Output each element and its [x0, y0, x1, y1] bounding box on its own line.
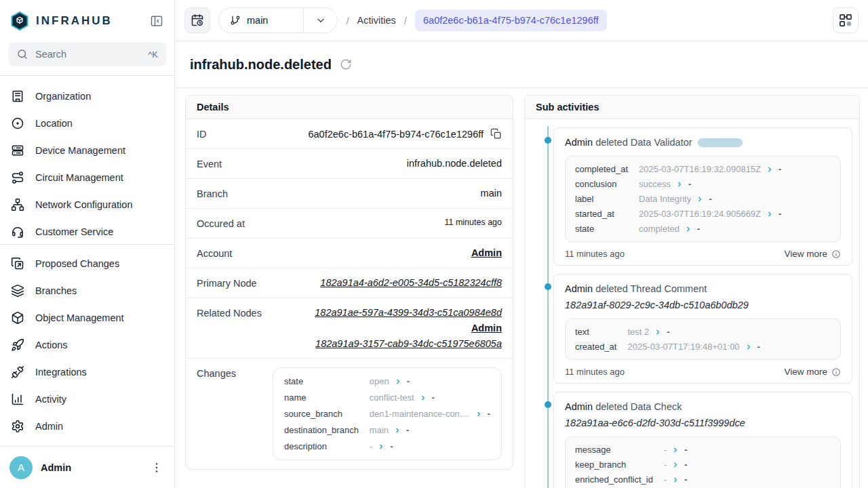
info-icon: [831, 249, 841, 259]
sidebar-item-admin[interactable]: Admin: [5, 413, 169, 440]
prop-previous-value: open: [370, 376, 389, 386]
main-area: main / Activities / 6a0f2e6c-b61a-4f75-b…: [175, 0, 868, 488]
prop-key: started_at: [575, 209, 628, 219]
detail-row-link[interactable]: Admin: [471, 247, 502, 258]
sub-activity-title: Admin deleted Data Check: [565, 401, 841, 412]
detail-row-event: Eventinfrahub.node.deleted: [186, 149, 513, 179]
view-more-label: View more: [784, 367, 827, 377]
detail-row-key: Primary Node: [197, 277, 257, 289]
related-nodes-links: 182a91ae-597a-4399-34d3-c51ca0984e8dAdmi…: [315, 307, 502, 349]
prop-new-value: -: [778, 209, 781, 219]
prop-previous-value: conflict-test: [370, 392, 414, 403]
prop-values: --: [664, 474, 831, 485]
calendar-clock-icon: [191, 14, 204, 27]
prop-values: test 2-: [627, 327, 831, 337]
time-travel-button[interactable]: [184, 7, 210, 33]
sub-activity-card: Admin deleted Thread Comment182a91af-802…: [553, 274, 852, 384]
branch-selector-toggle[interactable]: [303, 8, 337, 33]
sidebar-item-circuit-management[interactable]: Circuit Management: [5, 164, 169, 191]
detail-row-key: Branch: [197, 188, 228, 199]
sidebar-user: A Admin: [0, 446, 174, 488]
prop-new-value: -: [709, 194, 711, 204]
prop-values: main-: [370, 425, 490, 435]
admin-icon: [11, 420, 24, 433]
circuit-management-icon: [11, 171, 24, 184]
detail-row-link[interactable]: 182a91a4-a6d2-e005-34d5-c5182324cff8: [320, 277, 502, 288]
view-more-label: View more: [784, 249, 827, 259]
sub-activity-title: Admin deleted Thread Comment: [565, 283, 841, 294]
sub-activity-footer: 11 minutes agoView more: [565, 367, 841, 377]
sidebar-item-branches[interactable]: Branches: [5, 277, 169, 304]
sub-activity-actor: Admin: [565, 137, 593, 148]
sub-activity-node-id: 182a91aa-e6c6-d2fd-303d-c511f3999dce: [565, 418, 841, 428]
sub-activities-body: Admin deleted Data Validatorcompleted_at…: [525, 119, 859, 488]
sidebar-item-network-configuration[interactable]: Network Configuration: [5, 191, 169, 218]
related-node-link[interactable]: 182a91ae-597a-4399-34d3-c51ca0984e8d: [315, 307, 502, 318]
git-branch-icon: [230, 15, 241, 26]
refresh-button[interactable]: [340, 58, 352, 70]
sub-activity-actor: Admin: [565, 283, 593, 294]
sidebar-item-activity[interactable]: Activity: [5, 386, 169, 413]
page-title: infrahub.node.deleted: [190, 57, 332, 73]
copy-id-button[interactable]: [490, 128, 502, 140]
branch-selector-current[interactable]: main: [219, 8, 303, 33]
prop-key: source_branch: [284, 409, 359, 419]
schema-visualizer-button[interactable]: [833, 7, 859, 33]
prop-values: --: [370, 441, 490, 451]
sidebar-item-object-management[interactable]: Object Management: [5, 304, 169, 331]
sidebar-collapse-button[interactable]: [150, 14, 163, 28]
prop-new-value: -: [684, 445, 687, 455]
sidebar-item-label: Object Management: [35, 312, 124, 323]
prop-new-value: -: [697, 224, 700, 234]
related-node-link[interactable]: 182a91a9-3157-cab9-34dc-c51975e6805a: [315, 338, 502, 349]
prop-new-value: -: [488, 409, 490, 419]
sub-activity-item: Admin deleted Data Check182a91aa-e6c6-d2…: [553, 392, 852, 488]
sidebar-item-label: Customer Service: [35, 226, 113, 237]
prop-key: text: [575, 327, 616, 337]
sidebar-item-device-management[interactable]: Device Management: [5, 137, 169, 164]
sidebar: INFRAHUB Search ^K OrganizationLocationD…: [0, 0, 175, 488]
prop-previous-value: -: [664, 474, 667, 485]
prop-values: 2025-03-07T17:19:48+01:00-: [627, 342, 831, 352]
breadcrumb-activities[interactable]: Activities: [357, 15, 396, 26]
avatar: A: [9, 456, 33, 479]
breadcrumb-separator: /: [404, 15, 407, 26]
chevron-right-icon: [685, 226, 692, 232]
prop-key: state: [284, 376, 359, 386]
actions-icon: [11, 338, 24, 352]
detail-row-primary-node: Primary Node182a91a4-a6d2-e005-34d5-c518…: [186, 268, 513, 298]
sidebar-item-integrations[interactable]: Integrations: [5, 359, 169, 386]
sub-activities-header: Sub activities: [525, 96, 859, 119]
search-icon: [16, 48, 28, 60]
sub-activity-action: deleted Data Check: [595, 401, 682, 412]
organization-icon: [11, 89, 24, 103]
customer-service-icon: [11, 225, 24, 239]
related-node-link[interactable]: Admin: [471, 323, 502, 333]
prop-new-value: -: [432, 392, 435, 403]
search-input[interactable]: Search ^K: [8, 42, 166, 66]
detail-row-key: Changes: [197, 367, 236, 379]
detail-row-key: Account: [197, 247, 232, 259]
chevron-right-icon: [766, 211, 773, 218]
user-name: Admin: [41, 462, 142, 473]
prop-values: completed-: [639, 224, 831, 234]
breadcrumb-activity-id[interactable]: 6a0f2e6c-b61a-4f75-b974-c76c1e1296ff: [415, 9, 607, 31]
view-more-button[interactable]: View more: [784, 249, 841, 259]
sidebar-item-label: Device Management: [35, 145, 125, 156]
view-more-button[interactable]: View more: [784, 367, 841, 377]
sidebar-item-actions[interactable]: Actions: [5, 331, 169, 359]
prop-key: created_at: [575, 342, 616, 352]
sub-activity-card: Admin deleted Data Validatorcompleted_at…: [553, 127, 852, 266]
sidebar-item-location[interactable]: Location: [5, 110, 169, 137]
sidebar-item-label: Admin: [35, 421, 63, 432]
chevron-right-icon: [672, 476, 679, 483]
content: Details ID6a0f2e6c-b61a-4f75-b974-c76c1e…: [175, 88, 868, 488]
user-menu-button[interactable]: [150, 461, 163, 474]
prop-previous-value: den1-maintenance-conflict: [370, 409, 470, 419]
sub-activity-time: 11 minutes ago: [565, 367, 625, 377]
sidebar-item-customer-service[interactable]: Customer Service: [5, 218, 169, 245]
sidebar-item-organization[interactable]: Organization: [5, 83, 169, 110]
timeline-dot: [545, 283, 551, 290]
sidebar-item-proposed-changes[interactable]: Proposed Changes: [5, 250, 169, 277]
detail-row-value: 6a0f2e6c-b61a-4f75-b974-c76c1e1296ff: [308, 129, 484, 140]
